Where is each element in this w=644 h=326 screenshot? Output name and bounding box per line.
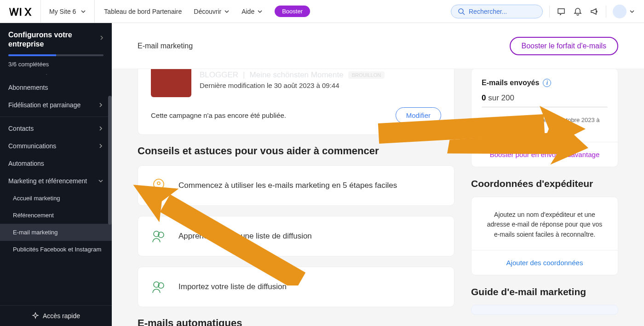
emails-sent-title: E-mails envoyés i bbox=[482, 79, 608, 87]
emails-reset-note: Ce solde sera réinitialisé le 1 octobre … bbox=[482, 116, 608, 134]
megaphone-icon[interactable] bbox=[589, 6, 599, 17]
emails-sent-bar bbox=[482, 106, 608, 108]
scrollbar-thumb[interactable] bbox=[108, 96, 112, 225]
quick-access[interactable]: Accès rapide bbox=[0, 305, 112, 326]
search-input[interactable]: Rechercher... bbox=[451, 5, 543, 18]
auto-emails-heading: E-mails automatiques bbox=[138, 317, 454, 326]
search-icon bbox=[458, 8, 465, 15]
sidebar-sub-email-marketing[interactable]: E-mail marketing bbox=[0, 224, 112, 241]
chevron-right-icon bbox=[98, 143, 104, 149]
sidebar: Configurons votre entreprise 3/6 complét… bbox=[0, 23, 112, 326]
rocket-icon bbox=[151, 178, 167, 193]
sidebar-item-loyalty[interactable]: Fidélisation et parrainage bbox=[0, 96, 112, 114]
edit-campaign-button[interactable]: Modifier bbox=[396, 107, 441, 123]
tip-get-started[interactable]: Commencez à utiliser les e-mails marketi… bbox=[138, 165, 454, 206]
topbar-right: Rechercher... bbox=[451, 5, 635, 18]
divider bbox=[472, 250, 618, 250]
guide-heading: Guide d'e-mail marketing bbox=[471, 286, 618, 297]
campaign-title: Meine schönsten Momente bbox=[250, 70, 344, 80]
divider bbox=[0, 116, 112, 117]
add-sender-link[interactable]: Ajouter des coordonnées bbox=[482, 259, 608, 267]
chevron-right-icon bbox=[98, 126, 104, 131]
sidebar-nav: Formules de paiement Abonnements Fidélis… bbox=[0, 74, 112, 305]
setup-count: 3/6 complétées bbox=[8, 61, 104, 68]
wix-logo[interactable] bbox=[9, 5, 36, 18]
sidebar-sub-marketing-home[interactable]: Accueil marketing bbox=[0, 190, 112, 207]
campaign-last-modified: Dernière modification le 30 août 2023 à … bbox=[200, 82, 441, 89]
chevron-down-icon bbox=[80, 9, 86, 14]
people-icon bbox=[151, 228, 167, 244]
chevron-down-icon bbox=[257, 9, 263, 14]
sidebar-item-marketing[interactable]: Marketing et référencement bbox=[0, 172, 112, 190]
emails-sent-count: 0 sur 200 bbox=[482, 93, 608, 103]
avatar bbox=[613, 5, 627, 18]
sidebar-sub-seo[interactable]: Référencement bbox=[0, 207, 112, 224]
boost-more-link[interactable]: Booster pour en envoyer davantage bbox=[482, 151, 608, 158]
info-icon[interactable]: i bbox=[543, 79, 551, 87]
account-menu[interactable] bbox=[613, 5, 635, 18]
bell-icon[interactable] bbox=[573, 6, 583, 17]
campaign-category: BLOGGER bbox=[200, 70, 238, 80]
sender-body: Ajoutez un nom d'expéditeur et une adres… bbox=[482, 207, 608, 242]
sidebar-item-contacts[interactable]: Contacts bbox=[0, 120, 112, 137]
chevron-right-icon bbox=[99, 34, 104, 42]
divider bbox=[549, 6, 550, 17]
tip-import-list[interactable]: Importez votre liste de diffusion bbox=[138, 267, 454, 307]
draft-badge: BROUILLON bbox=[348, 71, 385, 79]
main-column: BLOGGER | Meine schönsten Momente BROUIL… bbox=[138, 46, 454, 326]
chevron-down-icon bbox=[98, 178, 104, 184]
sidebar-sub-fb-ig-ads[interactable]: Publicités Facebook et Instagram bbox=[0, 241, 112, 258]
top-nav: Tableau de bord Partenaire Découvrir Aid… bbox=[95, 6, 310, 17]
sidebar-item-subscriptions[interactable]: Abonnements bbox=[0, 79, 112, 96]
sender-card: Ajoutez un nom d'expéditeur et une adres… bbox=[471, 197, 618, 275]
campaign-status: Cette campagne n'a pas encore été publié… bbox=[151, 111, 286, 119]
svg-rect-0 bbox=[20, 8, 21, 16]
chevron-down-icon bbox=[224, 9, 230, 14]
boost-plan-button[interactable]: Booster le forfait d'e-mails bbox=[510, 37, 618, 55]
page-header: E-mail marketing Booster le forfait d'e-… bbox=[112, 23, 644, 69]
emails-sent-card: E-mails envoyés i 0 sur 200 Ce solde ser… bbox=[471, 68, 618, 167]
nav-discover[interactable]: Découvrir bbox=[194, 8, 230, 15]
inbox-icon[interactable] bbox=[556, 6, 566, 17]
sidebar-item-payments[interactable]: Formules de paiement bbox=[0, 74, 112, 79]
campaign-card: BLOGGER | Meine schönsten Momente BROUIL… bbox=[138, 59, 454, 135]
tips-heading: Conseils et astuces pour vous aider à co… bbox=[138, 145, 454, 157]
site-selector[interactable]: My Site 6 bbox=[40, 0, 95, 23]
guide-card-top bbox=[471, 305, 618, 315]
sender-heading: Coordonnées d'expéditeur bbox=[471, 178, 618, 189]
nav-help[interactable]: Aide bbox=[242, 8, 263, 15]
tip-create-list[interactable]: Apprenez à créer une liste de diffusion bbox=[138, 216, 454, 256]
chevron-down-icon bbox=[629, 9, 635, 14]
boost-button[interactable]: Booster bbox=[275, 6, 310, 17]
divider bbox=[606, 6, 606, 17]
setup-title: Configurons votre entreprise bbox=[8, 30, 104, 49]
chevron-right-icon bbox=[98, 102, 104, 108]
site-name: My Site 6 bbox=[49, 8, 76, 15]
sidebar-item-automations[interactable]: Automations bbox=[0, 155, 112, 172]
main: BLOGGER | Meine schönsten Momente BROUIL… bbox=[112, 23, 644, 326]
people-icon bbox=[151, 279, 167, 295]
sparkle-icon bbox=[32, 312, 39, 320]
sidebar-setup[interactable]: Configurons votre entreprise 3/6 complét… bbox=[0, 23, 112, 74]
page-title: E-mail marketing bbox=[138, 42, 193, 50]
topbar: My Site 6 Tableau de bord Partenaire Déc… bbox=[0, 0, 644, 23]
sidebar-item-communications[interactable]: Communications bbox=[0, 137, 112, 155]
nav-partner-dashboard[interactable]: Tableau de bord Partenaire bbox=[104, 8, 182, 15]
divider bbox=[472, 142, 618, 142]
search-placeholder: Rechercher... bbox=[469, 8, 507, 15]
svg-point-2 bbox=[157, 182, 160, 185]
setup-progress bbox=[8, 54, 104, 56]
right-column: Fo E-mails envoyés i 0 sur 200 Ce solde … bbox=[471, 46, 618, 326]
svg-point-1 bbox=[459, 9, 463, 13]
